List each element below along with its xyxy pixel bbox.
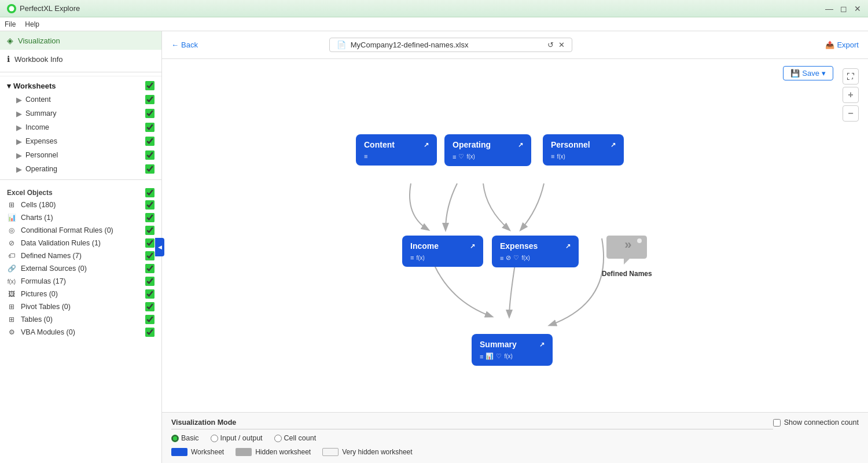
export-button[interactable]: 📤 Export xyxy=(825,41,859,49)
sidebar-item-pivot-tables[interactable]: ⊞ Pivot Tables (0) xyxy=(0,300,161,313)
sidebar-item-pictures[interactable]: 🖼 Pictures (0) xyxy=(0,288,161,300)
menubar: File Help xyxy=(0,17,868,31)
sidebar-item-vba-modules[interactable]: ⚙ VBA Modules (0) xyxy=(0,326,161,339)
pivot-tables-label: Pivot Tables (0) xyxy=(21,303,71,311)
node-summary[interactable]: Summary ↗ ≡ 📊 ♡ f(x) xyxy=(472,334,553,366)
node-expenses-external-icon: ↗ xyxy=(565,242,571,250)
close-btn[interactable]: ✕ xyxy=(854,4,861,13)
node-income[interactable]: Income ↗ ≡ f(x) xyxy=(402,236,483,267)
radio-basic[interactable]: Basic xyxy=(171,434,199,442)
radio-input-output[interactable]: Input / output xyxy=(211,434,263,442)
pivot-tables-checkbox[interactable] xyxy=(145,302,155,311)
sidebar-item-defined-names[interactable]: 🏷 Defined Names (7) xyxy=(0,249,161,262)
sidebar-item-external-sources[interactable]: 🔗 External Sources (0) xyxy=(0,262,161,275)
pictures-checkbox[interactable] xyxy=(145,289,155,299)
zoom-out-button[interactable]: − xyxy=(843,105,859,122)
node-income-label: Income xyxy=(410,241,439,251)
sidebar-item-data-validation[interactable]: ⊘ Data Validation Rules (1) xyxy=(0,237,161,249)
sidebar-item-workbook-info[interactable]: ℹ Workbook Info xyxy=(0,50,161,68)
legend-very-hidden-worksheet-box xyxy=(322,448,339,456)
sidebar-item-expenses[interactable]: ▶ Expenses xyxy=(0,134,161,148)
sidebar-item-charts[interactable]: 📊 Charts (1) xyxy=(0,211,161,224)
vba-modules-checkbox[interactable] xyxy=(145,328,155,337)
menu-help[interactable]: Help xyxy=(25,20,39,28)
pivot-tables-icon: ⊞ xyxy=(7,303,16,311)
formulas-checkbox[interactable] xyxy=(145,277,155,286)
conditional-format-checkbox[interactable] xyxy=(145,226,155,235)
node-personnel-list-icon: ≡ xyxy=(551,153,554,160)
radio-basic-input[interactable] xyxy=(171,435,179,442)
sidebar-item-visualization[interactable]: ◈ Visualization xyxy=(0,31,161,50)
cells-checkbox[interactable] xyxy=(145,200,155,210)
charts-checkbox[interactable] xyxy=(145,213,155,222)
close-file-icon[interactable]: ✕ xyxy=(558,41,565,49)
sidebar-item-tables[interactable]: ⊞ Tables (0) xyxy=(0,313,161,326)
radio-input-output-input[interactable] xyxy=(211,435,218,442)
charts-icon: 📊 xyxy=(7,214,16,222)
window-controls[interactable]: — ◻ ✕ xyxy=(825,4,861,13)
node-personnel[interactable]: Personnel ↗ ≡ f(x) xyxy=(543,134,624,166)
tables-label: Tables (0) xyxy=(21,315,53,324)
worksheets-collapse-icon[interactable]: ▾ xyxy=(7,82,11,90)
excel-objects-checkbox[interactable] xyxy=(145,188,155,197)
back-button[interactable]: ← Back xyxy=(171,41,198,49)
node-expenses[interactable]: Expenses ↗ ≡ ⊘ ♡ f(x) xyxy=(492,236,579,267)
minimize-btn[interactable]: — xyxy=(825,4,833,13)
external-sources-icon: 🔗 xyxy=(7,264,16,273)
sidebar-item-cells[interactable]: ⊞ Cells (180) xyxy=(0,199,161,211)
sidebar-item-income[interactable]: ▶ Income xyxy=(0,120,161,134)
radio-cell-count[interactable]: Cell count xyxy=(274,434,317,442)
node-operating-list-icon: ≡ xyxy=(453,153,456,160)
sidebar-item-personnel[interactable]: ▶ Personnel xyxy=(0,148,161,162)
node-summary-chart-icon: 📊 xyxy=(486,352,494,360)
reload-icon[interactable]: ↺ xyxy=(547,41,554,49)
expenses-checkbox[interactable] xyxy=(145,137,155,146)
sidebar-item-summary[interactable]: ▶ Summary xyxy=(0,106,161,120)
save-button[interactable]: 💾 Save ▾ xyxy=(783,66,833,80)
sidebar-item-operating[interactable]: ▶ Operating xyxy=(0,162,161,176)
node-expenses-label: Expenses xyxy=(500,241,538,251)
menu-file[interactable]: File xyxy=(5,20,16,28)
file-icon: 📄 xyxy=(337,41,346,49)
personnel-checkbox[interactable] xyxy=(145,150,155,160)
node-content-list-icon: ≡ xyxy=(364,153,367,160)
defined-names-checkbox[interactable] xyxy=(145,251,155,260)
cells-label: Cells (180) xyxy=(21,201,56,209)
node-content[interactable]: Content ↗ ≡ xyxy=(356,134,437,166)
show-connection-count[interactable]: Show connection count xyxy=(773,418,859,427)
titlebar-left: PerfectXL Explore xyxy=(7,4,80,13)
zoom-controls: + − xyxy=(843,68,859,122)
worksheets-checkbox[interactable] xyxy=(145,81,155,90)
summary-expand-icon: ▶ xyxy=(16,109,22,118)
node-personnel-external-icon: ↗ xyxy=(610,141,616,149)
income-checkbox[interactable] xyxy=(145,123,155,132)
summary-checkbox[interactable] xyxy=(145,109,155,118)
content-checkbox[interactable] xyxy=(145,95,155,104)
file-bar: 📄 MyCompany12-defined-names.xlsx ↺ ✕ xyxy=(329,38,572,52)
operating-checkbox[interactable] xyxy=(145,164,155,174)
personnel-label: Personnel xyxy=(25,151,58,159)
radio-cell-count-input[interactable] xyxy=(274,435,282,442)
app-logo xyxy=(7,4,16,13)
export-label: Export xyxy=(837,41,859,49)
node-expenses-heart-icon: ♡ xyxy=(513,254,519,262)
charts-label: Charts (1) xyxy=(21,214,53,222)
maximize-btn[interactable]: ◻ xyxy=(840,4,847,13)
data-validation-label: Data Validation Rules (1) xyxy=(21,239,101,247)
legend-worksheet: Worksheet xyxy=(171,448,224,456)
tables-checkbox[interactable] xyxy=(145,315,155,324)
external-sources-checkbox[interactable] xyxy=(145,264,155,273)
node-content-label: Content xyxy=(364,140,395,149)
fullscreen-button[interactable] xyxy=(843,68,859,84)
show-connection-count-checkbox[interactable] xyxy=(773,419,781,427)
data-validation-checkbox[interactable] xyxy=(145,238,155,248)
node-operating[interactable]: Operating ↗ ≡ ♡ f(x) xyxy=(444,134,531,166)
sidebar-item-content[interactable]: ▶ Content xyxy=(0,93,161,106)
sidebar-item-conditional-format[interactable]: ◎ Conditional Format Rules (0) xyxy=(0,224,161,237)
defined-names-badge[interactable]: » Defined Names xyxy=(602,233,652,278)
zoom-in-button[interactable]: + xyxy=(843,87,859,103)
vba-modules-label: VBA Modules (0) xyxy=(21,328,75,336)
content-expand-icon: ▶ xyxy=(16,95,22,104)
sidebar-collapse-button[interactable]: ◀ xyxy=(155,238,164,256)
sidebar-item-formulas[interactable]: f(x) Formulas (17) xyxy=(0,275,161,288)
